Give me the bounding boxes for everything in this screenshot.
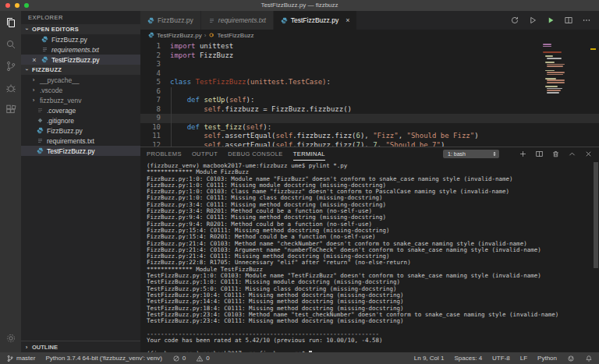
activity-explorer-icon[interactable] bbox=[5, 16, 17, 29]
minimap-line bbox=[543, 44, 551, 45]
code-line-10[interactable]: 10 def test_fizz(self): bbox=[140, 123, 599, 133]
class-symbol-icon bbox=[208, 32, 214, 38]
new-terminal-icon[interactable] bbox=[519, 150, 527, 158]
breadcrumb-file[interactable]: TestFizzBuzz.py bbox=[157, 32, 202, 39]
code-editor[interactable]: 1import unittest2import FizzBuzz345class… bbox=[140, 41, 599, 147]
editor-tab-requirements.txt[interactable]: requirements.txt bbox=[201, 11, 274, 30]
code-line-6[interactable]: 6 bbox=[140, 87, 599, 97]
status-errors[interactable]: 0 bbox=[172, 355, 186, 362]
status-language-mode[interactable]: Python bbox=[537, 355, 557, 362]
terminal[interactable]: (fizzbuzz_venv) macbook2017-ume:fizzbuzz… bbox=[140, 161, 599, 352]
file-item[interactable]: .gitignore bbox=[21, 115, 140, 125]
status-label: Python 3.7.4 64-bit ('fizzbuzz_venv': ve… bbox=[45, 355, 161, 362]
code-text: import unittest bbox=[170, 42, 233, 51]
activity-manage-gear-icon[interactable] bbox=[5, 332, 17, 345]
zoom-window-button[interactable] bbox=[24, 3, 29, 8]
file-item[interactable]: TestFizzBuzz.py bbox=[21, 146, 140, 156]
file-item[interactable]: .coverage bbox=[21, 105, 140, 115]
status-cursor-position[interactable]: Ln 9, Col 1 bbox=[414, 355, 445, 362]
panel-tab-terminal[interactable]: TERMINAL bbox=[293, 147, 325, 161]
minimap[interactable] bbox=[543, 44, 566, 94]
status-git-branch[interactable]: master bbox=[6, 355, 35, 362]
file-item[interactable]: requirements.txt bbox=[21, 136, 140, 146]
line-number: 7 bbox=[140, 96, 170, 105]
activity-extensions-icon[interactable] bbox=[5, 104, 17, 116]
editor-tab-TestFizzBuzz.py[interactable]: TestFizzBuzz.py× bbox=[274, 11, 358, 30]
folder-item[interactable]: ›fizzbuzz_venv bbox=[21, 95, 140, 105]
minimap-line bbox=[545, 78, 556, 80]
select-stepper-icon bbox=[491, 150, 498, 157]
code-line-2[interactable]: 2import FizzBuzz bbox=[140, 51, 599, 61]
file-name: .gitignore bbox=[47, 117, 74, 125]
breadcrumb-symbol[interactable]: TestFizzBuzz bbox=[217, 32, 253, 39]
more-actions-icon[interactable] bbox=[582, 16, 591, 25]
terminal-scrollbar[interactable] bbox=[594, 162, 598, 268]
file-type-icon bbox=[37, 147, 44, 154]
editor-tab-FizzBuzz.py[interactable]: FizzBuzz.py bbox=[140, 11, 201, 30]
status-eol[interactable]: LF bbox=[520, 355, 527, 362]
code-text: self.assertEqual(self.fizzbuzz.fizz(6), … bbox=[170, 132, 479, 141]
bottom-panel: PROBLEMSOUTPUTDEBUG CONSOLETERMINAL 1: b… bbox=[140, 147, 599, 352]
code-line-7[interactable]: 7 def setUp(self): bbox=[140, 96, 599, 105]
file-item[interactable]: FizzBuzz.py bbox=[21, 125, 140, 136]
sync-icon[interactable] bbox=[510, 16, 519, 25]
status-notifications[interactable] bbox=[585, 355, 593, 362]
split-editor-icon[interactable] bbox=[564, 16, 573, 25]
close-window-button[interactable] bbox=[5, 3, 10, 8]
status-python-interpreter[interactable]: Python 3.7.4 64-bit ('fizzbuzz_venv': ve… bbox=[45, 355, 161, 362]
activity-debug-icon[interactable] bbox=[5, 82, 17, 94]
open-editor-item[interactable]: ×TestFizzBuzz.py bbox=[21, 55, 140, 65]
kill-terminal-icon[interactable] bbox=[551, 150, 560, 158]
panel-tab-output[interactable]: OUTPUT bbox=[192, 147, 218, 161]
file-type-icon bbox=[147, 17, 154, 24]
terminal-shell-select[interactable]: 1: bash bbox=[443, 150, 499, 158]
status-encoding[interactable]: UTF-8 bbox=[492, 355, 510, 362]
close-tab-icon[interactable]: × bbox=[346, 16, 349, 24]
status-indentation[interactable]: Spaces: 4 bbox=[455, 355, 483, 362]
minimap-line bbox=[547, 65, 563, 67]
status-feedback[interactable] bbox=[567, 355, 575, 362]
code-line-11[interactable]: 11 self.assertEqual(self.fizzbuzz.fizz(6… bbox=[140, 132, 599, 141]
line-number: 6 bbox=[140, 87, 170, 97]
minimize-window-button[interactable] bbox=[15, 3, 19, 8]
maximize-panel-icon[interactable] bbox=[568, 150, 576, 158]
file-name: .coverage bbox=[47, 107, 76, 115]
overview-ruler-mark bbox=[590, 48, 596, 50]
panel-tab-debug-console[interactable]: DEBUG CONSOLE bbox=[228, 147, 283, 161]
tab-label: requirements.txt bbox=[218, 16, 266, 24]
status-label: LF bbox=[520, 355, 527, 362]
workspace-folder-header[interactable]: › FIZZBUZZ bbox=[21, 65, 140, 75]
open-editors-header[interactable]: › OPEN EDITORS bbox=[21, 24, 140, 34]
activity-source-control-icon[interactable] bbox=[5, 60, 17, 72]
chevron-down-icon: › bbox=[23, 27, 30, 33]
panel-tab-problems[interactable]: PROBLEMS bbox=[147, 147, 182, 161]
indent-guide bbox=[171, 114, 172, 123]
status-label: 0 bbox=[206, 355, 209, 362]
run-python-file-icon[interactable] bbox=[546, 16, 555, 25]
code-line-8[interactable]: 8 self.fizzbuzz = FizzBuzz.fizzbuzz() bbox=[140, 105, 599, 115]
line-number: 5 bbox=[140, 78, 170, 87]
outline-section[interactable]: › OUTLINE bbox=[21, 341, 140, 352]
open-editor-name: requirements.txt bbox=[51, 46, 99, 54]
code-line-9[interactable]: 9 bbox=[140, 114, 599, 123]
breadcrumb[interactable]: TestFizzBuzz.py › TestFizzBuzz bbox=[140, 30, 599, 41]
close-panel-icon[interactable] bbox=[584, 150, 593, 158]
code-line-3[interactable]: 3 bbox=[140, 60, 599, 69]
code-line-1[interactable]: 1import unittest bbox=[140, 42, 599, 51]
activity-search-icon[interactable] bbox=[5, 38, 17, 51]
code-text: def test_fizz(self): bbox=[170, 123, 271, 133]
window-controls bbox=[5, 3, 29, 8]
status-warnings[interactable]: 0 bbox=[196, 355, 209, 362]
open-editor-item[interactable]: FizzBuzz.py bbox=[21, 34, 140, 44]
open-editor-item[interactable]: requirements.txt bbox=[21, 44, 140, 55]
split-terminal-icon[interactable] bbox=[535, 150, 544, 158]
folder-item[interactable]: ›.vscode bbox=[21, 85, 140, 95]
minimap-line bbox=[543, 51, 562, 53]
chevron-right-icon: › bbox=[30, 76, 37, 83]
close-editor-icon[interactable]: × bbox=[30, 56, 38, 64]
run-icon[interactable] bbox=[528, 16, 537, 25]
code-line-12[interactable]: 12 self.assertEqual(self.fizzbuzz.fizz(7… bbox=[140, 141, 599, 147]
code-line-4[interactable]: 4 bbox=[140, 69, 599, 79]
folder-item[interactable]: ›__pycache__ bbox=[21, 75, 140, 85]
code-line-5[interactable]: 5class TestFizzBuzz(unittest.TestCase): bbox=[140, 78, 599, 87]
